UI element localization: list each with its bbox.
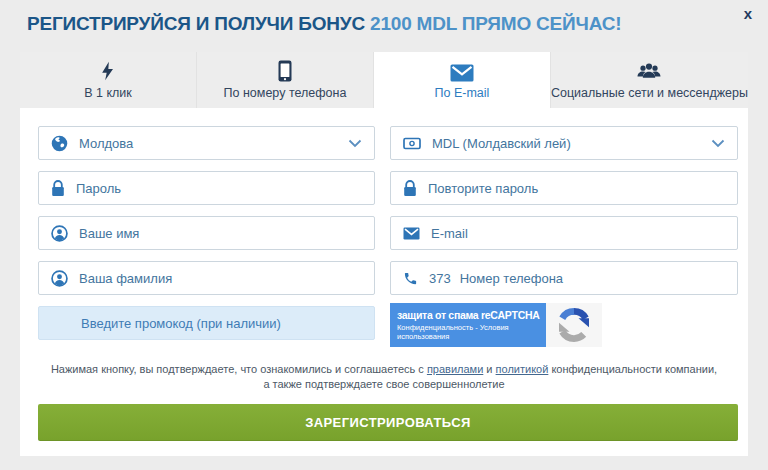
- lock-icon: [403, 180, 417, 197]
- last-name-field[interactable]: Ваша фамилия: [38, 261, 375, 295]
- registration-modal: В 1 клик По номеру телефона По E-mail Со…: [20, 52, 748, 456]
- tab-label: По номеру телефона: [224, 86, 347, 100]
- lock-icon: [51, 180, 65, 197]
- phone-placeholder: Номер телефона: [460, 271, 563, 286]
- promo-code-field[interactable]: Введите промокод (при наличии): [38, 306, 375, 340]
- password-placeholder: Пароль: [76, 181, 121, 196]
- close-icon[interactable]: x: [744, 5, 752, 23]
- promo-placeholder: Введите промокод (при наличии): [81, 316, 281, 331]
- recaptcha-privacy-link[interactable]: Конфиденциальность: [397, 323, 473, 332]
- policy-link[interactable]: политикой: [496, 363, 549, 375]
- chevron-down-icon: [711, 139, 725, 148]
- password-repeat-field[interactable]: Повторите пароль: [390, 171, 738, 205]
- email-field[interactable]: E-mail: [390, 216, 738, 250]
- country-select[interactable]: Молдова: [38, 126, 375, 160]
- currency-value: MDL (Молдавский лей): [432, 136, 571, 151]
- tab-email[interactable]: По E-mail: [374, 52, 551, 108]
- envelope-icon: [403, 227, 420, 240]
- register-button[interactable]: ЗАРЕГИСТРИРОВАТЬСЯ: [38, 404, 738, 441]
- recaptcha-logo: [546, 303, 602, 347]
- chevron-down-icon: [348, 139, 362, 148]
- first-name-placeholder: Ваше имя: [79, 226, 139, 241]
- recaptcha-text-panel: защита от спама reCAPTCHA Конфиденциальн…: [390, 303, 546, 347]
- legal-text-before: Нажимая кнопку, вы подтверждаете, что оз…: [51, 363, 427, 375]
- page-title-accent: 2100 MDL ПРЯМО СЕЙЧАС!: [370, 13, 621, 34]
- recaptcha-link-separator: -: [473, 323, 480, 332]
- rules-link[interactable]: правилами: [427, 363, 483, 375]
- tab-phone-number[interactable]: По номеру телефона: [197, 52, 374, 108]
- last-name-placeholder: Ваша фамилия: [79, 271, 172, 286]
- banknote-icon: [403, 136, 421, 151]
- registration-tabs: В 1 клик По номеру телефона По E-mail Со…: [20, 52, 748, 108]
- phone-prefix: 373: [429, 271, 451, 286]
- envelope-icon: [450, 60, 474, 82]
- tab-label: Социальные сети и мессенджеры: [551, 86, 748, 100]
- tab-label: В 1 клик: [84, 86, 132, 100]
- globe-icon: [51, 135, 68, 152]
- recaptcha-badge: защита от спама reCAPTCHA Конфиденциальн…: [390, 303, 602, 347]
- password-field[interactable]: Пароль: [38, 171, 375, 205]
- lightning-icon: [98, 60, 118, 82]
- tab-social-networks[interactable]: Социальные сети и мессенджеры: [551, 52, 748, 108]
- page-title: РЕГИСТРИРУЙСЯ И ПОЛУЧИ БОНУС 2100 MDL ПР…: [27, 13, 621, 35]
- password-repeat-placeholder: Повторите пароль: [428, 181, 538, 196]
- user-icon: [51, 225, 68, 242]
- currency-select[interactable]: MDL (Молдавский лей): [390, 126, 738, 160]
- tab-label: По E-mail: [435, 86, 490, 100]
- phone-icon: [403, 271, 418, 286]
- legal-text-mid: и: [483, 363, 495, 375]
- email-placeholder: E-mail: [431, 226, 468, 241]
- country-value: Молдова: [79, 136, 133, 151]
- people-group-icon: [636, 60, 662, 82]
- phone-field[interactable]: 373 Номер телефона: [390, 261, 738, 295]
- smartphone-icon: [278, 60, 292, 82]
- first-name-field[interactable]: Ваше имя: [38, 216, 375, 250]
- user-icon: [51, 270, 68, 287]
- recaptcha-links: Конфиденциальность - Условия использован…: [397, 323, 539, 341]
- recaptcha-title: защита от спама reCAPTCHA: [397, 309, 539, 321]
- tab-one-click[interactable]: В 1 клик: [20, 52, 197, 108]
- legal-text: Нажимая кнопку, вы подтверждаете, что оз…: [50, 362, 718, 392]
- page-title-main: РЕГИСТРИРУЙСЯ И ПОЛУЧИ БОНУС: [27, 13, 370, 34]
